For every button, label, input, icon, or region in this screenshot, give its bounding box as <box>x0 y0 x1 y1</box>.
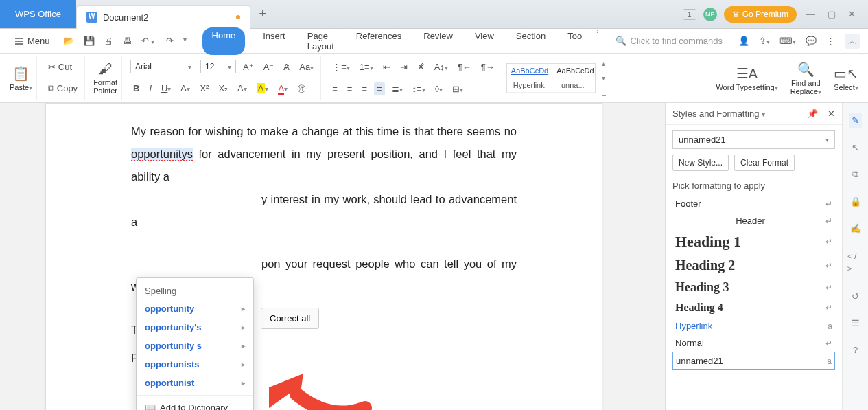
find-icon[interactable]: 🔍 <box>797 61 814 78</box>
style-item-heading3[interactable]: Heading 3↵ <box>672 277 835 298</box>
collapse-ribbon-icon[interactable]: ︿ <box>845 34 860 49</box>
rtl-icon[interactable]: ¶→ <box>478 60 497 73</box>
typesetting-icon[interactable]: ☰A <box>736 65 758 82</box>
sign-icon[interactable]: ✍ <box>847 220 864 236</box>
format-painter-icon[interactable]: 🖌 <box>99 61 113 77</box>
correct-all-button[interactable]: Correct all <box>261 308 319 329</box>
clipboard-tool-icon[interactable]: ⧉ <box>849 166 861 183</box>
styles-next-icon[interactable]: ▾ <box>602 74 606 82</box>
print-preview-icon[interactable]: 🖶 <box>121 34 134 48</box>
cloud-icon[interactable]: ⌨▾ <box>779 36 796 46</box>
bullets-icon[interactable]: ⋮≡▾ <box>329 60 353 73</box>
pin-icon[interactable]: 📌 <box>807 109 818 119</box>
paste-button[interactable]: Paste▾ <box>10 83 32 91</box>
format-painter-button[interactable]: Format Painter <box>93 78 117 95</box>
style-item-heading1[interactable]: Heading 1↵ <box>672 229 835 254</box>
paste-icon[interactable]: 📋 <box>12 65 30 82</box>
style-item-normal[interactable]: Normal↵ <box>672 334 835 352</box>
shading-icon[interactable]: ◊▾ <box>432 82 445 95</box>
phonetic-guide-icon[interactable]: ㊟ <box>294 81 309 96</box>
grow-font-icon[interactable]: A⁺ <box>240 60 257 73</box>
tab-home[interactable]: Home <box>202 27 246 55</box>
add-to-dictionary[interactable]: 📖Add to Dictionary <box>137 398 253 410</box>
align-right-icon[interactable]: ≡ <box>359 82 370 95</box>
distribute-icon[interactable]: ≣▾ <box>389 82 406 95</box>
clear-format-icon[interactable]: A̷ <box>281 60 292 73</box>
tab-view[interactable]: View <box>471 27 498 55</box>
style-item-header[interactable]: Header↵ <box>672 212 835 229</box>
page[interactable]: My reason for wishing to make a change a… <box>45 103 602 410</box>
suggestion-item[interactable]: opportunity▸ <box>137 299 253 318</box>
current-style-select[interactable]: unnamed21▾ <box>672 130 835 149</box>
find-replace-button[interactable]: Find and Replace▾ <box>790 79 821 95</box>
misspelled-word[interactable]: opportunitys <box>131 148 193 161</box>
qat-more-icon[interactable]: ▾ <box>181 34 189 48</box>
borders-icon[interactable]: ⊞▾ <box>449 82 466 95</box>
select-tool-icon[interactable]: ↖ <box>849 139 862 155</box>
sort-icon[interactable]: ✕̂ <box>414 60 427 73</box>
go-premium-button[interactable]: ♛Go Premium <box>724 6 797 23</box>
history-icon[interactable]: ↺ <box>849 288 862 304</box>
tab-counter[interactable]: 1 <box>683 9 696 20</box>
subscript-button[interactable]: X₂ <box>215 82 231 95</box>
decrease-indent-icon[interactable]: ⇤ <box>380 60 393 73</box>
document-tab[interactable]: Document2 <box>76 5 250 29</box>
tab-review[interactable]: Review <box>419 27 457 55</box>
style-item-hyperlink[interactable]: Hyperlinka <box>672 317 835 334</box>
menu-button[interactable]: Menu <box>8 33 56 49</box>
copy-button[interactable]: ⧉ Copy <box>45 82 80 95</box>
bold-button[interactable]: B <box>130 82 142 95</box>
style-item-footer[interactable]: Footer↵ <box>672 195 835 212</box>
style-item-unnamed21[interactable]: unnamed21a <box>672 352 835 370</box>
clear-format-button[interactable]: Clear Format <box>734 155 795 171</box>
export-icon[interactable]: ⇪▾ <box>759 36 770 46</box>
suggestion-item[interactable]: opportunists▸ <box>137 355 253 374</box>
more-icon[interactable]: ⋮ <box>826 36 835 46</box>
app-tab[interactable]: WPS Office <box>0 0 76 28</box>
shrink-font-icon[interactable]: A⁻ <box>261 60 277 73</box>
font-color-button[interactable]: A▾ <box>275 82 290 95</box>
avatar[interactable]: MP <box>703 8 717 21</box>
font-size-select[interactable]: 12▾ <box>200 60 236 73</box>
superscript-button[interactable]: X² <box>197 82 211 95</box>
open-icon[interactable]: 📂 <box>61 34 76 48</box>
paragraph[interactable]: y interest in my work, should lead to ad… <box>131 188 517 234</box>
tab-insert[interactable]: Insert <box>259 27 290 55</box>
styles-gallery-box[interactable]: AaBbCcDd AaBbCcDd Hyperlink unna... <box>506 63 596 93</box>
layout-icon[interactable]: ☰ <box>849 315 863 331</box>
italic-button[interactable]: I <box>146 82 154 95</box>
word-typesetting-button[interactable]: Word Typesetting▾ <box>716 83 777 91</box>
new-style-button[interactable]: New Style... <box>672 155 729 171</box>
edit-tool-icon[interactable]: ✎ <box>849 113 862 128</box>
lock-icon[interactable]: 🔒 <box>847 194 864 209</box>
redo-icon[interactable]: ↷ <box>164 34 176 48</box>
select-icon[interactable]: ▭↖ <box>834 65 858 82</box>
code-icon[interactable]: ＜/＞ <box>843 247 868 277</box>
close-button[interactable]: ✕ <box>845 9 858 19</box>
underline-button[interactable]: U▾ <box>159 82 174 95</box>
text-effects-icon[interactable]: A▾ <box>235 82 250 95</box>
styles-panel-title[interactable]: Styles and Formatting ▾ <box>672 109 765 119</box>
tabs-overflow-icon[interactable]: › <box>596 27 598 55</box>
text-direction-icon[interactable]: A↕▾ <box>432 60 451 73</box>
align-left-icon[interactable]: ≡ <box>329 82 340 95</box>
line-spacing-icon[interactable]: ↕≡▾ <box>410 82 428 95</box>
help-icon[interactable]: ? <box>850 342 860 358</box>
tab-page-layout[interactable]: Page Layout <box>303 27 338 55</box>
styles-more-icon[interactable]: ⎯ <box>602 89 606 96</box>
change-case-icon[interactable]: Aa▾ <box>296 60 316 73</box>
new-tab-button[interactable]: + <box>250 7 274 21</box>
paragraph[interactable]: My reason for wishing to make a change a… <box>131 120 517 188</box>
suggestion-item[interactable]: opportunity s▸ <box>137 337 253 355</box>
select-button[interactable]: Select▾ <box>834 83 858 91</box>
cut-button[interactable]: ✂ Cut <box>45 60 80 73</box>
tab-references[interactable]: References <box>352 27 406 55</box>
command-search[interactable]: 🔍 Click to find commands <box>615 36 736 46</box>
highlight-button[interactable]: A▾ <box>254 82 272 95</box>
styles-prev-icon[interactable]: ▴ <box>602 60 606 67</box>
justify-icon[interactable]: ≡ <box>374 82 385 95</box>
tab-section[interactable]: Section <box>512 27 550 55</box>
increase-indent-icon[interactable]: ⇥ <box>397 60 410 73</box>
tab-tools[interactable]: Tools <box>563 27 583 55</box>
share-icon[interactable]: 👤 <box>738 36 749 46</box>
